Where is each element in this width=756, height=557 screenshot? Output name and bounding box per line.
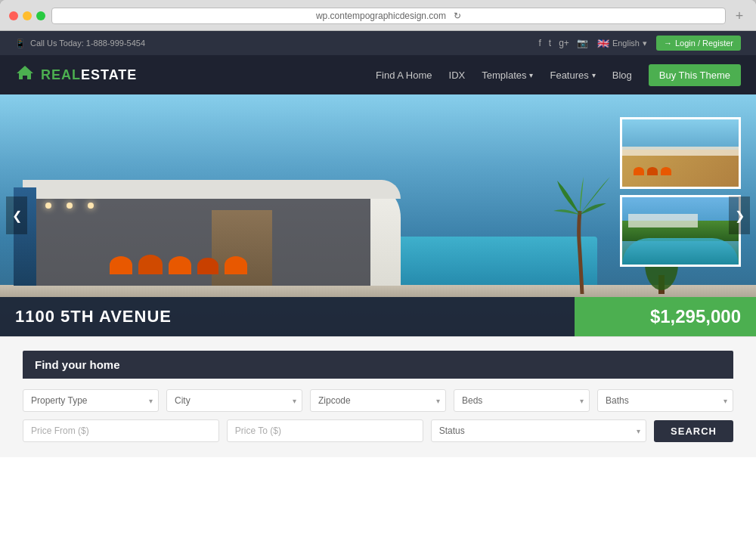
property-type-select[interactable]: Property Type House Condo Townhouse: [23, 389, 159, 412]
search-header-label: Find your home: [35, 358, 120, 371]
browser-titlebar: wp.contempographicdesign.com ↻ +: [0, 0, 756, 31]
website-content: 📱 Call Us Today: 1-888-999-5454 f t g+ 📷…: [0, 31, 756, 557]
stone-wall: [212, 210, 272, 286]
top-bar: 📱 Call Us Today: 1-888-999-5454 f t g+ 📷…: [0, 31, 756, 55]
search-row-2: Status For Sale For Rent Sold ▾ SEARCH: [23, 419, 733, 442]
site-logo[interactable]: REALESTATE: [15, 64, 137, 85]
chair: [197, 258, 218, 274]
search-panel: Find your home Property Type House Condo…: [0, 336, 756, 457]
price-from-input[interactable]: [23, 419, 219, 442]
language-label: English: [612, 39, 640, 48]
nav-idx[interactable]: IDX: [449, 70, 466, 81]
thumbnail-2-image: [622, 197, 739, 265]
nav-find-home[interactable]: Find A Home: [376, 70, 432, 81]
light: [67, 203, 73, 209]
chevron-down-icon: ▾: [592, 71, 596, 79]
chevron-down-icon: ▾: [643, 39, 647, 48]
baths-wrapper: Baths 1 2 3 4+ ▾: [597, 389, 733, 412]
thumbnail-1[interactable]: [620, 117, 741, 189]
chair: [225, 256, 247, 274]
baths-select[interactable]: Baths 1 2 3 4+: [597, 389, 733, 412]
nav-blog[interactable]: Blog: [612, 70, 632, 81]
prev-slide-button[interactable]: ❮: [6, 196, 27, 234]
url-text: wp.contempographicdesign.com: [316, 11, 446, 21]
chevron-down-icon: ▾: [529, 71, 533, 79]
maximize-button-dot[interactable]: [36, 11, 45, 20]
svg-marker-0: [17, 66, 33, 79]
logo-real: REAL: [41, 67, 81, 82]
nav-templates-label: Templates: [482, 70, 526, 81]
nav-links: Find A Home IDX Templates ▾ Features ▾ B…: [376, 64, 741, 86]
beds-select[interactable]: Beds 1 2 3 4 5+: [454, 389, 590, 412]
hero-background: ❮ ❯ 1100 5TH AVENUE $1,295,000: [0, 94, 756, 336]
chair: [110, 256, 132, 274]
property-info-bar: 1100 5TH AVENUE $1,295,000: [0, 297, 756, 336]
login-icon: →: [664, 39, 672, 48]
ceiling-lights: [45, 203, 94, 209]
browser-dots: [9, 11, 45, 20]
instagram-icon[interactable]: 📷: [577, 38, 588, 48]
thumbnail-1-image: [622, 119, 739, 187]
nav-templates[interactable]: Templates ▾: [482, 70, 533, 81]
next-slide-button[interactable]: ❯: [729, 196, 750, 234]
search-row-1: Property Type House Condo Townhouse ▾ Ci…: [23, 389, 733, 412]
orange-chairs: [110, 255, 247, 274]
thumbnail-gallery: [620, 117, 741, 267]
chair: [138, 255, 163, 274]
googleplus-icon[interactable]: g+: [559, 38, 569, 48]
building-overhang: [23, 180, 401, 199]
top-bar-left: 📱 Call Us Today: 1-888-999-5454: [15, 39, 145, 48]
flag-icon: 🇬🇧: [597, 38, 609, 49]
property-price-text: $1,295,000: [650, 306, 741, 327]
thumbnail-2[interactable]: [620, 195, 741, 267]
status-select[interactable]: Status For Sale For Rent Sold: [431, 419, 646, 442]
new-tab-button[interactable]: +: [732, 8, 747, 24]
nav-features[interactable]: Features ▾: [550, 70, 595, 81]
city-select[interactable]: City New York Los Angeles: [166, 389, 302, 412]
social-icons: f t g+ 📷: [539, 38, 588, 48]
top-bar-right: f t g+ 📷 🇬🇧 English ▾ → Login / Register: [539, 36, 742, 51]
language-selector[interactable]: 🇬🇧 English ▾: [597, 38, 647, 49]
price-to-input[interactable]: [227, 419, 423, 442]
close-button-dot[interactable]: [9, 11, 18, 20]
hero-section: ❮ ❯ 1100 5TH AVENUE $1,295,000: [0, 94, 756, 336]
home-icon: [15, 64, 35, 85]
light: [45, 203, 51, 209]
nav-features-label: Features: [550, 70, 588, 81]
login-register-button[interactable]: → Login / Register: [656, 36, 741, 51]
pool-thumbnail: [622, 238, 739, 265]
property-type-wrapper: Property Type House Condo Townhouse ▾: [23, 389, 159, 412]
login-label: Login / Register: [675, 39, 733, 48]
search-button[interactable]: SEARCH: [654, 420, 733, 442]
chair: [169, 256, 191, 274]
twitter-icon[interactable]: t: [549, 38, 551, 48]
phone-label: Call Us Today: 1-888-999-5454: [30, 39, 145, 48]
search-header: Find your home: [23, 351, 733, 379]
property-name-section: 1100 5TH AVENUE: [0, 297, 575, 336]
property-name-text: 1100 5TH AVENUE: [15, 307, 172, 326]
city-wrapper: City New York Los Angeles ▾: [166, 389, 302, 412]
browser-window: wp.contempographicdesign.com ↻ + 📱 Call …: [0, 0, 756, 557]
status-wrapper: Status For Sale For Rent Sold ▾: [431, 419, 646, 442]
zipcode-select[interactable]: Zipcode 10001 90001: [310, 389, 446, 412]
property-price-section: $1,295,000: [575, 297, 756, 336]
address-bar[interactable]: wp.contempographicdesign.com ↻: [51, 8, 726, 24]
minimize-button-dot[interactable]: [23, 11, 32, 20]
zipcode-wrapper: Zipcode 10001 90001 ▾: [310, 389, 446, 412]
facebook-icon[interactable]: f: [539, 38, 541, 48]
logo-text: REALESTATE: [41, 67, 137, 83]
logo-estate: ESTATE: [81, 67, 137, 82]
beds-wrapper: Beds 1 2 3 4 5+ ▾: [454, 389, 590, 412]
main-navigation: REALESTATE Find A Home IDX Templates ▾ F…: [0, 55, 756, 94]
buy-theme-button[interactable]: Buy This Theme: [649, 64, 741, 86]
phone-icon: 📱: [15, 39, 26, 48]
light: [88, 203, 94, 209]
palm-tree: [553, 173, 614, 297]
